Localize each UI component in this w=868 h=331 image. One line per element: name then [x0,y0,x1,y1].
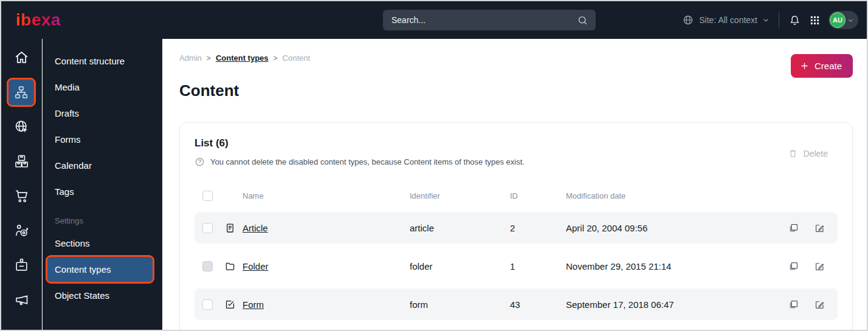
cell-id: 1 [510,261,566,271]
avatar: AU [830,12,846,28]
plus-icon [799,61,810,71]
site-context-label: Site: All context [699,15,757,25]
form-icon [224,299,243,310]
sidebar-item-content-structure[interactable]: Content structure [43,48,162,74]
edit-icon[interactable] [814,261,825,272]
copy-icon[interactable] [788,222,799,234]
search-input[interactable] [391,15,577,25]
main-content: Admin > Content types > Content Create C… [162,39,867,330]
header-id: ID [510,191,566,200]
site-globe-icon [9,114,34,140]
cell-identifier: form [410,299,510,310]
content-types-table: Name Identifier ID Modification date Art… [195,186,838,320]
sidebar-item-calendar[interactable]: Calendar [43,152,162,179]
sidebar-item-tags[interactable]: Tags [43,179,162,205]
sidebar-section-settings: Settings [43,211,162,230]
chevron-down-icon [847,17,854,24]
rail-item-marketing[interactable] [1,282,41,317]
product-boxes-icon [9,149,34,174]
sidebar-item-media[interactable]: Media [43,74,162,100]
search-icon[interactable] [577,15,588,26]
trash-icon [788,148,798,159]
cell-id: 2 [510,223,566,233]
rail-item-personalization[interactable] [1,213,41,248]
copy-icon[interactable] [788,261,799,272]
site-context-selector[interactable]: Site: All context [682,14,770,26]
badge-icon [9,253,34,278]
edit-icon[interactable] [814,299,825,310]
row-checkbox-disabled [202,261,213,271]
cart-icon [9,183,34,209]
globe-icon [682,14,694,26]
breadcrumb-admin: Admin [179,53,202,63]
sidebar-item-forms[interactable]: Forms [43,126,162,152]
global-search[interactable] [383,10,596,30]
content-type-link[interactable]: Form [243,299,264,310]
header-identifier: Identifier [410,191,510,200]
cell-modification-date: September 17, 2018 06:47 [566,299,788,310]
cell-identifier: folder [410,261,510,271]
page-title: Content [179,81,853,100]
cell-identifier: article [410,223,510,233]
sidebar: Content structure Media Drafts Forms Cal… [43,39,162,330]
breadcrumb-separator: > [207,54,211,63]
rail-item-content[interactable] [1,75,41,109]
create-button[interactable]: Create [791,54,853,78]
notifications-bell-icon[interactable] [788,14,801,27]
rail-item-products[interactable] [1,144,41,179]
content-type-link[interactable]: Folder [243,261,269,271]
breadcrumb-content: Content [283,53,311,63]
breadcrumb-content-types-link[interactable]: Content types [216,53,269,63]
rail-item-dashboard[interactable] [1,40,41,75]
app-grid-icon[interactable] [809,15,821,26]
folder-icon [224,261,243,272]
topbar-divider [779,12,779,28]
sidebar-item-content-types[interactable]: Content types [47,257,153,282]
info-text: You cannot delete the disabled content t… [210,157,525,166]
info-message: You cannot delete the disabled content t… [195,157,838,167]
cell-id: 43 [510,299,566,310]
row-checkbox[interactable] [202,223,213,233]
ibexa-logo: ibexa [16,10,61,30]
edit-icon[interactable] [814,222,825,234]
chevron-down-icon [762,16,770,24]
sidebar-item-sections[interactable]: Sections [43,230,162,256]
user-menu[interactable]: AU [828,11,858,29]
table-header-row: Name Identifier ID Modification date [195,186,838,205]
breadcrumb: Admin > Content types > Content [179,53,853,63]
personalization-target-icon [9,218,34,244]
delete-button[interactable]: Delete [788,148,828,159]
row-checkbox[interactable] [202,299,213,310]
select-all-checkbox[interactable] [202,191,213,201]
header-modification-date: Modification date [566,191,788,200]
rail-item-admin[interactable] [1,248,41,282]
topbar: ibexa Site: All context AU [1,1,867,39]
cell-modification-date: November 29, 2015 21:14 [566,261,788,271]
rail-item-commerce[interactable] [1,179,41,213]
list-title: List (6) [195,137,838,149]
home-icon [9,45,34,70]
list-panel: List (6) You cannot delete the disabled … [179,122,853,330]
sidebar-item-object-states[interactable]: Object States [43,282,162,309]
article-icon [224,222,243,234]
topbar-right-controls: Site: All context AU [682,1,858,39]
sitemap-icon [9,80,34,105]
table-row: Article article 2 April 20, 2004 09:56 [195,212,838,244]
copy-icon[interactable] [788,299,799,310]
question-circle-icon [195,157,205,167]
sidebar-item-drafts[interactable]: Drafts [43,100,162,126]
table-row: Folder folder 1 November 29, 2015 21:14 [195,250,838,282]
breadcrumb-separator: > [274,54,278,63]
cell-modification-date: April 20, 2004 09:56 [566,223,788,233]
header-name: Name [243,191,410,200]
icon-rail [1,39,42,330]
content-type-link[interactable]: Article [243,223,268,233]
megaphone-icon [9,287,34,313]
rail-item-site[interactable] [1,109,41,144]
table-row: Form form 43 September 17, 2018 06:47 [195,288,838,320]
